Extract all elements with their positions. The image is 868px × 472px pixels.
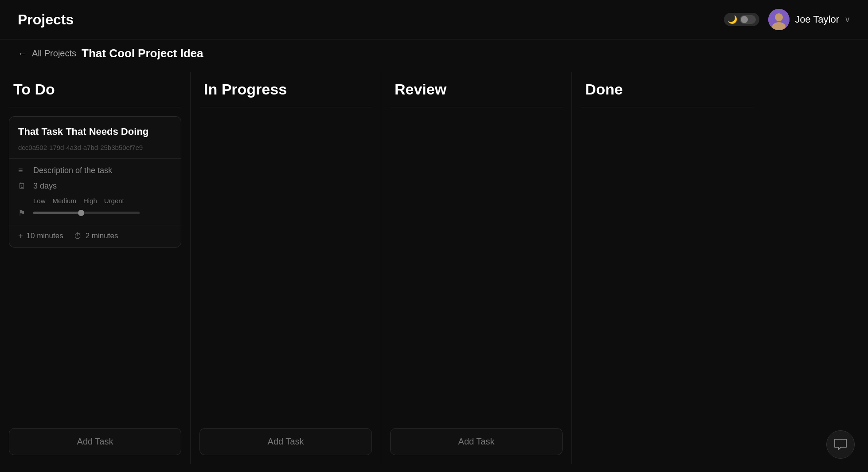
- column-todo: To Do That Task That Needs Doing dcc0a50…: [0, 72, 191, 464]
- column-header-done: Done: [581, 81, 754, 98]
- column-header-in-progress: In Progress: [199, 81, 372, 98]
- column-done: Done: [572, 72, 762, 464]
- header: Projects 🌙 Joe Taylor ∨: [0, 0, 868, 39]
- priority-label-medium: Medium: [53, 197, 76, 205]
- app-title: Projects: [18, 12, 74, 28]
- task-title: That Task That Needs Doing: [18, 126, 172, 138]
- priority-labels: Low Medium High Urgent: [18, 197, 172, 205]
- time-add-text: 10 minutes: [27, 232, 63, 240]
- svg-point-1: [775, 13, 783, 21]
- avatar: [768, 9, 790, 30]
- add-task-button-todo[interactable]: Add Task: [9, 428, 181, 455]
- user-name: Joe Taylor: [795, 14, 839, 25]
- dark-mode-toggle[interactable]: 🌙: [724, 13, 759, 26]
- priority-label-urgent: Urgent: [104, 197, 124, 205]
- column-divider-in-progress: [199, 107, 372, 107]
- column-divider-todo: [9, 107, 181, 107]
- moon-icon: 🌙: [727, 15, 737, 24]
- description-icon: ≡: [18, 166, 28, 175]
- add-task-button-review[interactable]: Add Task: [390, 428, 563, 455]
- add-task-button-in-progress[interactable]: Add Task: [199, 428, 372, 455]
- calendar-icon: 🗓: [18, 181, 28, 191]
- priority-slider-fill: [33, 212, 81, 214]
- column-spacer-review: [390, 116, 563, 428]
- column-spacer-done: [581, 116, 754, 455]
- time-add-item: + 10 minutes: [18, 232, 63, 241]
- duration-text: 3 days: [33, 181, 57, 191]
- task-id: dcc0a502-179d-4a3d-a7bd-25b3b50ef7e9: [18, 144, 172, 151]
- task-details: ≡ Description of the task 🗓 3 days Low M…: [9, 159, 181, 225]
- priority-slider-row: ⚑: [18, 208, 172, 218]
- kanban-board: To Do That Task That Needs Doing dcc0a50…: [0, 67, 868, 468]
- column-review: Review Add Task: [381, 72, 572, 464]
- column-header-todo: To Do: [9, 81, 181, 98]
- chevron-down-icon: ∨: [845, 15, 850, 24]
- header-right: 🌙 Joe Taylor ∨: [724, 9, 850, 30]
- priority-label-low: Low: [33, 197, 46, 205]
- project-title: That Cool Project Idea: [82, 47, 203, 60]
- column-spacer-in-progress: [199, 116, 372, 428]
- column-divider-review: [390, 107, 563, 107]
- clock-icon: ⏱: [74, 232, 82, 241]
- toggle-switch[interactable]: [740, 15, 756, 24]
- user-profile[interactable]: Joe Taylor ∨: [768, 9, 850, 30]
- priority-slider[interactable]: [33, 212, 140, 214]
- priority-label-high: High: [83, 197, 97, 205]
- column-spacer-todo: [9, 255, 181, 428]
- column-header-review: Review: [390, 81, 563, 98]
- duration-row: 🗓 3 days: [18, 181, 172, 191]
- description-text: Description of the task: [33, 166, 112, 175]
- back-arrow[interactable]: ←: [18, 48, 27, 59]
- task-footer: + 10 minutes ⏱ 2 minutes: [9, 225, 181, 247]
- toggle-knob: [741, 16, 748, 23]
- task-card-main: That Task That Needs Doing dcc0a502-179d…: [9, 117, 181, 159]
- time-clock-text: 2 minutes: [86, 232, 118, 240]
- priority-slider-thumb: [78, 210, 84, 216]
- flag-icon: ⚑: [18, 208, 28, 218]
- time-clock-item: ⏱ 2 minutes: [74, 232, 118, 241]
- plus-icon: +: [18, 232, 23, 241]
- task-card-0[interactable]: That Task That Needs Doing dcc0a502-179d…: [9, 116, 181, 248]
- all-projects-link[interactable]: All Projects: [32, 48, 76, 59]
- header-left: Projects: [18, 12, 74, 28]
- column-in-progress: In Progress Add Task: [191, 72, 381, 464]
- breadcrumb: ← All Projects That Cool Project Idea: [0, 39, 868, 67]
- priority-section: Low Medium High Urgent ⚑: [18, 197, 172, 218]
- description-row: ≡ Description of the task: [18, 166, 172, 175]
- chat-bubble[interactable]: [826, 430, 855, 459]
- column-divider-done: [581, 107, 754, 107]
